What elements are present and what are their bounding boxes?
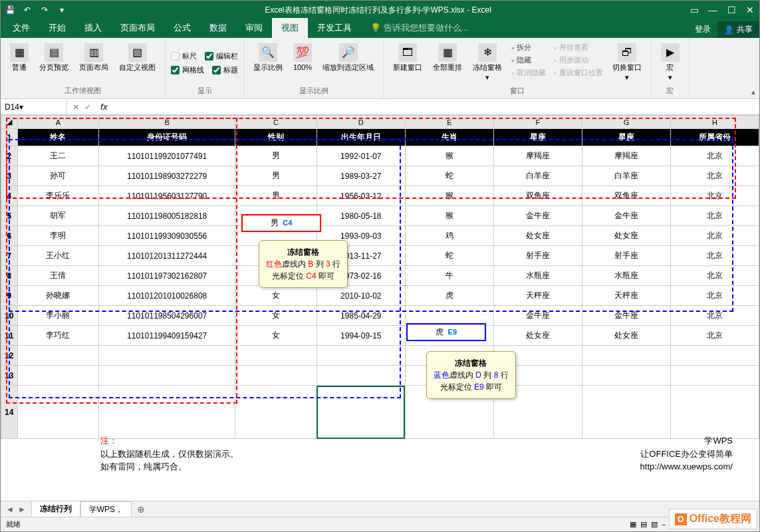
row-header[interactable]: 7: [1, 246, 18, 266]
redo-icon[interactable]: ↷: [38, 3, 51, 17]
custom-view-button[interactable]: ▧自定义视图: [115, 42, 160, 73]
cell[interactable]: [582, 386, 670, 439]
cell[interactable]: 110101198903272279: [99, 166, 235, 186]
cell[interactable]: 处女座: [582, 226, 670, 246]
cell[interactable]: [670, 366, 759, 386]
normal-view-button[interactable]: ▦普通: [6, 42, 33, 73]
cell[interactable]: 孙可: [17, 166, 99, 186]
row-header[interactable]: 5: [1, 206, 18, 226]
tab-data[interactable]: 数据: [200, 18, 236, 38]
col-header[interactable]: C: [235, 116, 317, 129]
name-box[interactable]: D14 ▾: [1, 99, 67, 114]
view-break-icon[interactable]: ▧: [651, 520, 658, 529]
cell[interactable]: 鸡: [405, 226, 493, 246]
sheet-tab-1[interactable]: 冻结行列: [31, 501, 80, 518]
cell[interactable]: 李明: [17, 226, 99, 246]
row-header[interactable]: 11: [1, 326, 18, 346]
gridlines-checkbox[interactable]: 网格线: [171, 65, 204, 76]
cell[interactable]: 1989-03-27: [317, 166, 405, 186]
row-header[interactable]: 14: [1, 386, 18, 439]
cell[interactable]: 男: [235, 166, 317, 186]
view-layout-icon[interactable]: ▤: [640, 520, 647, 529]
cell[interactable]: 110101199201077491: [99, 146, 235, 166]
cell[interactable]: 胡军: [17, 206, 99, 226]
cell[interactable]: 1956-03-12: [317, 186, 405, 206]
cell[interactable]: 处女座: [582, 326, 670, 346]
cell[interactable]: 李小丽: [17, 306, 99, 326]
sheet-nav-next-icon[interactable]: ►: [18, 505, 26, 514]
tell-me[interactable]: 告诉我您想要做什么...: [384, 23, 469, 33]
cell[interactable]: 男: [235, 186, 317, 206]
cell[interactable]: [99, 386, 235, 439]
maximize-icon[interactable]: ☐: [725, 3, 738, 17]
collapse-ribbon-icon[interactable]: ▲: [750, 88, 757, 96]
row-header[interactable]: 9: [1, 286, 18, 306]
cell[interactable]: 110101199409159427: [99, 326, 235, 346]
cell[interactable]: 猴: [405, 186, 493, 206]
minimize-icon[interactable]: —: [706, 3, 719, 17]
cell[interactable]: 1985-04-29: [317, 306, 405, 326]
tab-insert[interactable]: 插入: [75, 18, 111, 38]
cell[interactable]: [99, 366, 235, 386]
cell[interactable]: 北京: [670, 166, 759, 186]
cell[interactable]: [17, 346, 99, 366]
row-header[interactable]: 10: [1, 306, 18, 326]
col-header[interactable]: B: [99, 116, 235, 129]
ribbon-options-icon[interactable]: ▭: [688, 3, 701, 17]
page-layout-button[interactable]: ▥页面布局: [75, 42, 112, 73]
row-header[interactable]: 6: [1, 226, 18, 246]
zoom-100-button[interactable]: 💯100%: [289, 42, 316, 73]
row-header[interactable]: 12: [1, 346, 18, 366]
col-header[interactable]: F: [493, 116, 582, 129]
cell[interactable]: 猴: [405, 146, 493, 166]
cell[interactable]: 射手座: [582, 246, 670, 266]
cell[interactable]: 射手座: [493, 246, 582, 266]
cell[interactable]: 处女座: [493, 326, 582, 346]
zoom-out-icon[interactable]: −: [662, 521, 666, 529]
cell[interactable]: 摩羯座: [582, 146, 670, 166]
arrange-all-button[interactable]: ▦全部重排: [429, 42, 466, 73]
new-window-button[interactable]: 🗔新建窗口: [389, 42, 426, 73]
cell[interactable]: 女: [235, 326, 317, 346]
cell[interactable]: [405, 306, 493, 326]
login-button[interactable]: 登录: [688, 21, 717, 38]
sheet-nav-prev-icon[interactable]: ◄: [6, 505, 14, 514]
cell[interactable]: 天秤座: [582, 286, 670, 306]
cell[interactable]: 女: [235, 306, 317, 326]
cell[interactable]: 李乐乐: [17, 186, 99, 206]
cell[interactable]: 北京: [670, 226, 759, 246]
cell[interactable]: 110101195603127790: [99, 186, 235, 206]
switch-window-button[interactable]: 🗗切换窗口▾: [608, 42, 646, 83]
cell[interactable]: [582, 366, 670, 386]
tab-review[interactable]: 审阅: [236, 18, 272, 38]
share-button[interactable]: 👤共享: [717, 21, 759, 38]
cell[interactable]: 110101199309030556: [99, 226, 235, 246]
col-header[interactable]: E: [405, 116, 493, 129]
tab-layout[interactable]: 页面布局: [111, 18, 164, 38]
save-icon[interactable]: 💾: [3, 3, 17, 17]
cell[interactable]: 王二: [17, 146, 99, 166]
macros-button[interactable]: ▶宏▾: [657, 42, 684, 83]
formula-bar-checkbox[interactable]: 编辑栏: [205, 51, 238, 62]
cell[interactable]: 男: [235, 146, 317, 166]
cell[interactable]: 孙晓娜: [17, 286, 99, 306]
cell[interactable]: [670, 346, 759, 366]
cell[interactable]: 北京: [670, 246, 759, 266]
view-normal-icon[interactable]: ▦: [630, 520, 636, 529]
cell[interactable]: 北京: [670, 266, 759, 286]
cell[interactable]: [317, 346, 405, 366]
fx-icon[interactable]: fx: [96, 102, 112, 112]
cell[interactable]: [235, 366, 317, 386]
zoom-selection-button[interactable]: 🔎缩放到选定区域: [318, 42, 378, 73]
cell[interactable]: 1980-05-18: [317, 206, 405, 226]
cell[interactable]: [17, 386, 99, 439]
cell[interactable]: 牛: [405, 266, 493, 286]
cell[interactable]: 北京: [670, 286, 759, 306]
cell[interactable]: 北京: [670, 306, 759, 326]
cell[interactable]: [17, 366, 99, 386]
tab-home[interactable]: 开始: [39, 18, 75, 38]
cell[interactable]: [670, 386, 759, 439]
cell[interactable]: [582, 346, 670, 366]
cell[interactable]: 110101198005182818: [99, 206, 235, 226]
cell[interactable]: 水瓶座: [582, 266, 670, 286]
